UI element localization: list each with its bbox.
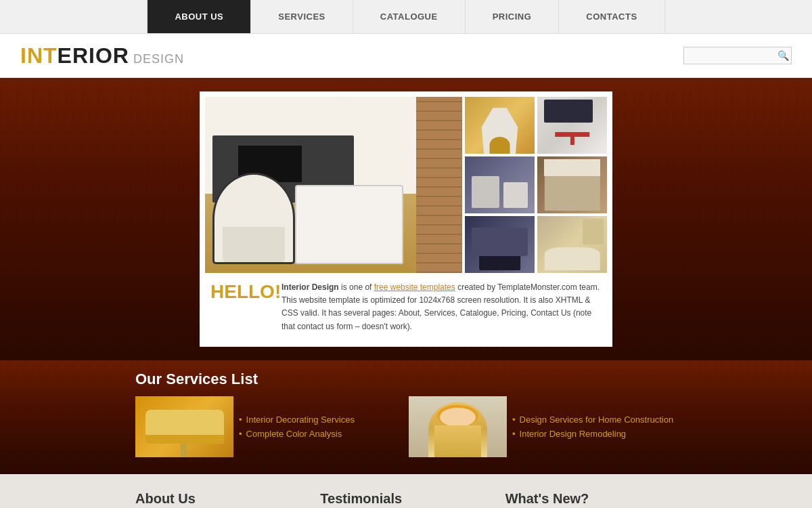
nav-about[interactable]: ABOUT US bbox=[147, 0, 251, 33]
whats-new-col: What's New? 15.08.2011 Sed ut perspiciat… bbox=[505, 491, 677, 508]
search-input[interactable] bbox=[690, 51, 777, 60]
logo-highlight: INT bbox=[20, 43, 58, 68]
thumbnail-grid bbox=[465, 97, 607, 273]
bottom-wrapper: About Us This Interior Design Template g… bbox=[135, 491, 677, 508]
service-item-3: Design Services for Home Construction bbox=[512, 415, 677, 425]
service-item-4: Interior Design Remodeling bbox=[512, 429, 677, 439]
stairs bbox=[416, 97, 462, 273]
thumb-1 bbox=[465, 97, 535, 154]
about-col: About Us This Interior Design Template g… bbox=[135, 491, 307, 508]
bottom-section: About Us This Interior Design Template g… bbox=[0, 474, 812, 508]
about-title: About Us bbox=[135, 491, 307, 507]
hero-card: HELLO! Interior Design is one of free we… bbox=[200, 91, 612, 347]
services-section: Our Services List Interior Decorating Se… bbox=[0, 360, 812, 474]
thumb-2 bbox=[537, 97, 607, 154]
nav-contacts[interactable]: CONTACTS bbox=[559, 0, 664, 33]
hero-section: HELLO! Interior Design is one of free we… bbox=[0, 78, 812, 360]
hero-desc-bold: Interior Design bbox=[281, 282, 339, 292]
hero-link[interactable]: free website templates bbox=[374, 282, 455, 292]
nav-catalogue[interactable]: CATALOGUE bbox=[353, 0, 466, 33]
nav-services[interactable]: SERVICES bbox=[251, 0, 353, 33]
search-icon[interactable]: 🔍 bbox=[777, 50, 789, 61]
testimonials-col: Testimonials ❝❝ At vero eos et accusamus… bbox=[320, 491, 491, 508]
thumb-4 bbox=[537, 156, 607, 213]
logo-rest: ERIOR bbox=[58, 43, 129, 68]
service-list-1: Interior Decorating Services Complete Co… bbox=[239, 396, 403, 457]
main-hero-image bbox=[205, 97, 462, 273]
thumb-5 bbox=[465, 216, 535, 273]
service-image-2 bbox=[409, 396, 507, 457]
nav-pricing[interactable]: PRICING bbox=[466, 0, 560, 33]
image-grid bbox=[205, 97, 607, 273]
testimonials-title: Testimonials bbox=[320, 491, 491, 507]
services-row: Interior Decorating Services Complete Co… bbox=[135, 396, 677, 457]
hero-desc-text: Interior Design is one of free website t… bbox=[281, 281, 602, 333]
services-inner: Our Services List Interior Decorating Se… bbox=[135, 371, 677, 457]
service-list-2: Design Services for Home Construction In… bbox=[512, 396, 677, 457]
search-box: 🔍 bbox=[683, 47, 792, 64]
logo: INTERIORDESIGN bbox=[20, 43, 184, 68]
hero-wrapper: HELLO! Interior Design is one of free we… bbox=[200, 91, 612, 347]
service-item-2: Complete Color Analysis bbox=[239, 429, 403, 439]
chair-left bbox=[212, 173, 295, 264]
thumb-6 bbox=[537, 216, 607, 273]
service-item-1: Interior Decorating Services bbox=[239, 415, 403, 425]
hello-text: HELLO! bbox=[210, 281, 271, 303]
hero-description: HELLO! Interior Design is one of free we… bbox=[205, 273, 607, 341]
thumb-3 bbox=[465, 156, 535, 213]
services-title: Our Services List bbox=[135, 371, 677, 388]
sofa bbox=[295, 185, 403, 264]
logo-sub: DESIGN bbox=[133, 52, 184, 66]
whats-new-title: What's New? bbox=[505, 491, 677, 507]
service-image-1 bbox=[135, 396, 233, 457]
hero-desc-intro: is one of bbox=[341, 282, 374, 292]
